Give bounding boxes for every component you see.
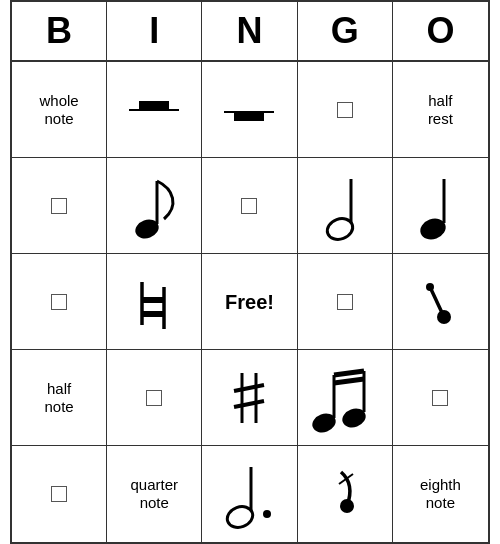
header-g: G bbox=[298, 2, 393, 60]
free-label: Free! bbox=[225, 290, 274, 314]
cell-r3c1 bbox=[107, 350, 202, 446]
checkbox-r3c1 bbox=[146, 390, 162, 406]
half-rest-label: halfrest bbox=[428, 92, 453, 128]
half-note-symbol bbox=[320, 171, 370, 241]
cell-r1c2 bbox=[202, 158, 297, 254]
bingo-header: B I N G O bbox=[12, 2, 488, 62]
svg-rect-3 bbox=[234, 112, 264, 121]
cell-r4c1: quarternote bbox=[107, 446, 202, 542]
cell-r2c0 bbox=[12, 254, 107, 350]
cell-r4c0 bbox=[12, 446, 107, 542]
eighth-rest-symbol bbox=[420, 267, 460, 337]
cell-r0c2 bbox=[202, 62, 297, 158]
checkbox-r1c2 bbox=[241, 198, 257, 214]
cell-r2c2: Free! bbox=[202, 254, 297, 350]
svg-line-19 bbox=[234, 385, 264, 391]
cell-r4c2 bbox=[202, 446, 297, 542]
header-b: B bbox=[12, 2, 107, 60]
checkbox-r2c3 bbox=[337, 294, 353, 310]
svg-rect-1 bbox=[139, 101, 169, 110]
eighth-note-label: eighthnote bbox=[420, 476, 461, 512]
checkbox-r2c0 bbox=[51, 294, 67, 310]
cell-r0c0: wholenote bbox=[12, 62, 107, 158]
checkbox-r0c3 bbox=[337, 102, 353, 118]
cell-r4c4: eighthnote bbox=[393, 446, 488, 542]
cell-r2c3 bbox=[298, 254, 393, 350]
cell-r1c0 bbox=[12, 158, 107, 254]
svg-line-25 bbox=[334, 371, 364, 375]
bingo-card: B I N G O wholenote halfrest bbox=[10, 0, 490, 544]
svg-line-15 bbox=[430, 287, 444, 317]
svg-point-16 bbox=[426, 283, 434, 291]
bingo-grid: wholenote halfrest bbox=[12, 62, 488, 542]
cell-r3c0: halfnote bbox=[12, 350, 107, 446]
cell-r2c4 bbox=[393, 254, 488, 350]
sharp-symbol bbox=[229, 363, 269, 433]
eighth-note-symbol bbox=[129, 171, 179, 241]
cell-r3c2 bbox=[202, 350, 297, 446]
cell-r1c4 bbox=[393, 158, 488, 254]
header-n: N bbox=[202, 2, 297, 60]
cell-r0c4: halfrest bbox=[393, 62, 488, 158]
eighth-rest-2-symbol bbox=[325, 464, 365, 524]
half-rest-symbol bbox=[219, 90, 279, 130]
svg-rect-12 bbox=[142, 297, 164, 303]
cell-r0c1 bbox=[107, 62, 202, 158]
cell-r1c3 bbox=[298, 158, 393, 254]
half-note-label: halfnote bbox=[44, 380, 73, 416]
checkbox-r1c0 bbox=[51, 198, 67, 214]
checkbox-r4c0 bbox=[51, 486, 67, 502]
cell-r0c3 bbox=[298, 62, 393, 158]
cell-r3c4 bbox=[393, 350, 488, 446]
sixteenth-notes-symbol bbox=[310, 363, 380, 433]
cell-r2c1 bbox=[107, 254, 202, 350]
svg-point-29 bbox=[263, 510, 271, 518]
dotted-half-symbol bbox=[222, 459, 277, 529]
cell-r4c3 bbox=[298, 446, 393, 542]
header-i: I bbox=[107, 2, 202, 60]
svg-line-20 bbox=[234, 401, 264, 407]
svg-line-26 bbox=[334, 379, 364, 383]
cell-r1c1 bbox=[107, 158, 202, 254]
natural-symbol bbox=[134, 267, 174, 337]
cell-r3c3 bbox=[298, 350, 393, 446]
quarter-note-label: quarternote bbox=[131, 476, 179, 512]
header-o: O bbox=[393, 2, 488, 60]
checkbox-r3c4 bbox=[432, 390, 448, 406]
whole-rest-symbol bbox=[124, 90, 184, 130]
svg-rect-13 bbox=[142, 311, 164, 317]
quarter-note-symbol bbox=[415, 171, 465, 241]
whole-note-label: wholenote bbox=[39, 92, 78, 128]
